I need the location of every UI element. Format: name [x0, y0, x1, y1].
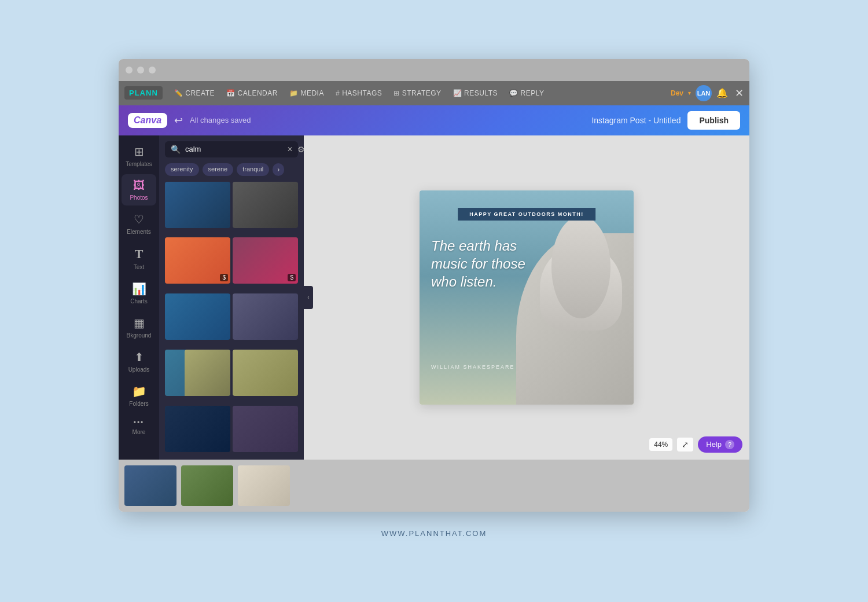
sidebar-item-photos[interactable]: 🖼 Photos — [122, 174, 156, 205]
sidebar-item-uploads[interactable]: ⬆ Uploads — [122, 346, 156, 377]
folders-label: Folders — [129, 401, 148, 407]
search-icon: 🔍 — [171, 145, 181, 154]
card-quote-text: The earth has music for those who listen… — [431, 237, 547, 291]
tag-more-arrow[interactable]: › — [273, 163, 284, 176]
dev-badge[interactable]: Dev — [671, 89, 683, 97]
canvas-controls: 44% ⤢ Help ? — [649, 436, 742, 453]
more-icon: ••• — [134, 419, 145, 427]
photo-thumb-2[interactable] — [233, 182, 298, 228]
canvas-area: HAPPY GREAT OUTDOORS MONTH! The earth ha… — [304, 135, 749, 460]
nav-media[interactable]: 📁 MEDIA — [285, 87, 329, 100]
background-label: Bkground — [127, 332, 152, 339]
tag-row: serenity serene tranquil › — [159, 163, 304, 182]
canvas-card: HAPPY GREAT OUTDOORS MONTH! The earth ha… — [420, 190, 634, 405]
media-icon: 📁 — [289, 89, 299, 97]
results-icon: 📈 — [453, 89, 462, 97]
browser-window: PLANN ✏️ CREATE 📅 CALENDAR 📁 MEDIA # HAS… — [119, 59, 749, 512]
nav-results[interactable]: 📈 RESULTS — [448, 87, 502, 100]
card-author-text: WILLIAM SHAKESPEARE — [431, 364, 515, 370]
editor-body: ⊞ Templates 🖼 Photos ♡ Elements T Text 📊… — [119, 135, 749, 460]
canva-header: Canva ↩ All changes saved Instagram Post… — [119, 105, 749, 135]
nav-calendar[interactable]: 📅 CALENDAR — [222, 87, 282, 100]
panel-collapse-button[interactable]: ‹ — [304, 286, 313, 309]
nav-create[interactable]: ✏️ CREATE — [170, 87, 219, 100]
photo-thumb-9[interactable] — [165, 406, 230, 452]
nav-strategy[interactable]: ⊞ STRATEGY — [389, 87, 446, 100]
elements-icon: ♡ — [134, 212, 144, 226]
calendar-icon: 📅 — [226, 89, 236, 97]
charts-label: Charts — [130, 298, 147, 304]
paid-badge-4: $ — [288, 274, 296, 281]
zoom-level-display: 44% — [649, 438, 672, 451]
canva-logo-text: Canva — [134, 115, 161, 126]
photo-thumb-8[interactable] — [233, 350, 298, 396]
photos-label: Photos — [130, 194, 148, 201]
sidebar-item-text[interactable]: T Text — [122, 242, 156, 275]
photos-grid: $ $ — [159, 182, 304, 460]
filmstrip — [119, 460, 749, 512]
reply-icon: 💬 — [509, 89, 518, 97]
tag-tranquil[interactable]: tranquil — [237, 163, 269, 176]
nav-reply[interactable]: 💬 REPLY — [505, 87, 549, 100]
filmstrip-thumb-3[interactable] — [238, 465, 290, 506]
tag-serene[interactable]: serene — [203, 163, 234, 176]
elements-label: Elements — [127, 229, 151, 235]
strategy-icon: ⊞ — [393, 89, 400, 97]
sidebar-item-templates[interactable]: ⊞ Templates — [122, 140, 156, 172]
sidebar-item-background[interactable]: ▦ Bkground — [122, 311, 156, 343]
nav-right: Dev ▾ LAN 🔔 ✕ — [671, 85, 744, 101]
sidebar-item-elements[interactable]: ♡ Elements — [122, 208, 156, 240]
browser-dot-3 — [149, 67, 156, 74]
left-sidebar: ⊞ Templates 🖼 Photos ♡ Elements T Text 📊… — [119, 135, 159, 460]
sidebar-item-more[interactable]: ••• More — [122, 414, 156, 440]
help-icon: ? — [725, 440, 734, 449]
photo-thumb-5[interactable] — [165, 293, 230, 340]
zoom-expand-button[interactable]: ⤢ — [677, 438, 693, 452]
templates-icon: ⊞ — [134, 145, 144, 159]
notification-bell-icon[interactable]: 🔔 — [716, 87, 728, 98]
photo-thumb-7[interactable] — [165, 350, 230, 396]
undo-button[interactable]: ↩ — [174, 114, 183, 127]
sidebar-item-charts[interactable]: 📊 Charts — [122, 277, 156, 309]
post-title: Instagram Post - Untitled — [591, 116, 681, 125]
autosave-status: All changes saved — [190, 116, 251, 124]
tag-serenity[interactable]: serenity — [165, 163, 199, 176]
website-url: WWW.PLANNTHAT.COM — [381, 529, 487, 538]
photo-thumb-3[interactable]: $ — [165, 237, 230, 284]
search-filter-icon[interactable]: ⚙ — [297, 145, 304, 154]
background-icon: ▦ — [134, 316, 145, 330]
nav-hashtags[interactable]: # HASHTAGS — [331, 87, 387, 100]
photos-icon: 🖼 — [133, 179, 145, 192]
more-label: More — [133, 429, 146, 435]
card-banner: HAPPY GREAT OUTDOORS MONTH! — [458, 208, 595, 221]
text-icon: T — [135, 247, 144, 262]
user-avatar[interactable]: LAN — [696, 85, 712, 101]
browser-dot-1 — [126, 67, 133, 74]
charts-icon: 📊 — [132, 282, 146, 296]
folders-icon: 📁 — [132, 384, 146, 398]
paid-badge-3: $ — [220, 274, 228, 281]
photo-thumb-6[interactable] — [233, 293, 298, 340]
sidebar-item-folders[interactable]: 📁 Folders — [122, 380, 156, 412]
browser-nav-bar — [119, 59, 749, 81]
plann-logo: PLANN — [124, 86, 163, 100]
photo-thumb-4[interactable]: $ — [233, 237, 298, 284]
create-icon: ✏️ — [174, 89, 183, 97]
search-input[interactable] — [185, 145, 282, 153]
filmstrip-thumb-1[interactable] — [124, 465, 176, 506]
canva-logo: Canva — [128, 113, 167, 128]
uploads-icon: ⬆ — [134, 350, 144, 364]
dev-dropdown-icon[interactable]: ▾ — [688, 90, 691, 96]
photo-thumb-1[interactable] — [165, 182, 230, 228]
search-bar[interactable]: 🔍 ✕ ⚙ — [165, 141, 298, 157]
plann-nav: PLANN ✏️ CREATE 📅 CALENDAR 📁 MEDIA # HAS… — [119, 81, 749, 105]
search-clear-icon[interactable]: ✕ — [287, 145, 293, 153]
help-button[interactable]: Help ? — [698, 436, 742, 453]
photo-thumb-10[interactable] — [233, 406, 298, 452]
publish-button[interactable]: Publish — [687, 111, 740, 130]
uploads-label: Uploads — [128, 366, 150, 373]
close-icon[interactable]: ✕ — [735, 87, 744, 100]
filmstrip-thumb-2[interactable] — [181, 465, 233, 506]
browser-dot-2 — [137, 67, 144, 74]
photos-panel: 🔍 ✕ ⚙ serenity serene tranquil › $ $ — [159, 135, 304, 460]
